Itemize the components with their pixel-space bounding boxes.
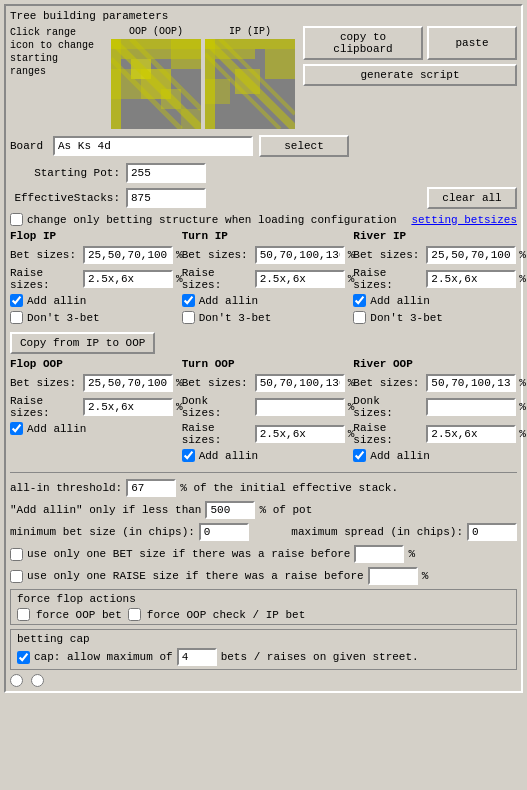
river-ip-raise-label: Raise sizes: [353,267,423,291]
threshold-label6: maximum spread (in chips): [291,526,463,538]
force-flop-title: force flop actions [17,593,510,605]
turn-ip-title: Turn IP [182,230,346,242]
river-oop-donk-input[interactable] [426,398,516,416]
force-oop-bet-label: force OOP bet [36,609,122,621]
threshold-label3: "Add allin" only if less than [10,504,201,516]
betting-cap-title: betting cap [17,633,510,645]
flop-ip-bet-label: Bet sizes: [10,249,80,261]
board-input[interactable] [53,136,253,156]
river-oop-allin-checkbox[interactable] [353,449,366,462]
effective-stacks-input[interactable] [126,188,206,208]
threshold-label2: % of the initial effective stack. [180,482,398,494]
flop-oop-raise-input[interactable] [83,398,173,416]
force-oop-check-label: force OOP check / IP bet [147,609,305,621]
turn-ip-dont3bet-label: Don't 3-bet [199,312,272,324]
select-button[interactable]: select [259,135,349,157]
svg-marker-19 [205,79,230,104]
one-raise-size-label: use only one RAISE size if there was a r… [27,570,364,582]
turn-oop-donk-label: Donk sizes: [182,395,252,419]
turn-ip-bet-input[interactable] [255,246,345,264]
turn-oop-raise-label: Raise sizes: [182,422,252,446]
turn-oop-donk-input[interactable] [255,398,345,416]
flop-ip-allin-label: Add allin [27,295,86,307]
river-ip-raise-input[interactable] [426,270,516,288]
ip-range-icon[interactable] [205,39,295,129]
one-bet-size-checkbox[interactable] [10,548,23,561]
force-oop-check-checkbox[interactable] [128,608,141,621]
setting-betsizes-link[interactable]: setting betsizes [411,214,517,226]
starting-pot-label: Starting Pot: [10,167,120,179]
flop-oop-raise-label: Raise sizes: [10,395,80,419]
flop-oop-title: Flop OOP [10,358,174,370]
flop-oop-bet-input[interactable] [83,374,173,392]
generate-script-button[interactable]: generate script [303,64,517,86]
flop-oop-allin-label: Add allin [27,423,86,435]
river-ip-title: River IP [353,230,517,242]
svg-marker-6 [171,39,201,69]
clear-all-button[interactable]: clear all [427,187,517,209]
flop-ip-dont3bet-label: Don't 3-bet [27,312,100,324]
turn-ip-raise-input[interactable] [255,270,345,288]
copy-clipboard-button[interactable]: copy to clipboard [303,26,423,60]
flop-ip-allin-checkbox[interactable] [10,294,23,307]
oop-range-icon[interactable] [111,39,201,129]
turn-oop-raise-input[interactable] [255,425,345,443]
betting-cap-checkbox[interactable] [17,651,30,664]
flop-ip-title: Flop IP [10,230,174,242]
flop-oop-allin-checkbox[interactable] [10,422,23,435]
river-ip-dont3bet-label: Don't 3-bet [370,312,443,324]
turn-ip-raise-label: Raise sizes: [182,267,252,291]
river-oop-donk-label: Donk sizes: [353,395,423,419]
one-raise-size-checkbox[interactable] [10,570,23,583]
oop-label: OOP (OOP) [129,26,183,37]
river-oop-bet-input[interactable] [426,374,516,392]
copy-ip-to-oop-button[interactable]: Copy from IP to OOP [10,332,155,354]
betting-cap-suffix: bets / raises on given street. [221,651,419,663]
river-ip-allin-label: Add allin [370,295,429,307]
threshold-input1[interactable] [126,479,176,497]
one-bet-size-label: use only one BET size if there was a rai… [27,548,350,560]
river-ip-dont3bet-checkbox[interactable] [353,311,366,324]
paste-button[interactable]: paste [427,26,517,60]
river-oop-allin-label: Add allin [370,450,429,462]
betting-cap-label: cap: allow maximum of [34,651,173,663]
starting-pot-input[interactable] [126,163,206,183]
force-oop-bet-checkbox[interactable] [17,608,30,621]
change-only-betting-checkbox[interactable] [10,213,23,226]
river-oop-raise-input[interactable] [426,425,516,443]
threshold-input6[interactable] [467,523,517,541]
threshold-label1: all-in threshold: [10,482,122,494]
threshold-input3[interactable] [205,501,255,519]
one-raise-size-input[interactable] [368,567,418,585]
turn-oop-bet-input[interactable] [255,374,345,392]
bottom-radio-2[interactable] [31,674,44,687]
click-range-label: Click range icon to change starting rang… [10,26,99,78]
svg-marker-18 [265,49,295,79]
threshold-label5: minimum bet size (in chips): [10,526,195,538]
bottom-radio-1[interactable] [10,674,23,687]
river-ip-bet-input[interactable] [426,246,516,264]
river-ip-bet-label: Bet sizes: [353,249,423,261]
turn-ip-allin-label: Add allin [199,295,258,307]
turn-oop-allin-label: Add allin [199,450,258,462]
effective-stacks-label: EffectiveStacks: [10,192,120,204]
ip-label: IP (IP) [229,26,271,37]
river-oop-raise-label: Raise sizes: [353,422,423,446]
turn-oop-bet-label: Bet sizes: [182,377,252,389]
river-ip-allin-checkbox[interactable] [353,294,366,307]
betting-cap-input[interactable] [177,648,217,666]
river-oop-title: River OOP [353,358,517,370]
turn-oop-allin-checkbox[interactable] [182,449,195,462]
flop-ip-raise-input[interactable] [83,270,173,288]
turn-ip-allin-checkbox[interactable] [182,294,195,307]
flop-ip-dont3bet-checkbox[interactable] [10,311,23,324]
board-label: Board [10,140,43,152]
threshold-input5[interactable] [199,523,249,541]
page-title: Tree building parameters [10,10,517,22]
flop-ip-bet-input[interactable] [83,246,173,264]
turn-ip-dont3bet-checkbox[interactable] [182,311,195,324]
one-bet-size-input[interactable] [354,545,404,563]
change-only-betting-label: change only betting structure when loadi… [27,214,397,226]
threshold-label4: % of pot [259,504,312,516]
turn-ip-bet-label: Bet sizes: [182,249,252,261]
